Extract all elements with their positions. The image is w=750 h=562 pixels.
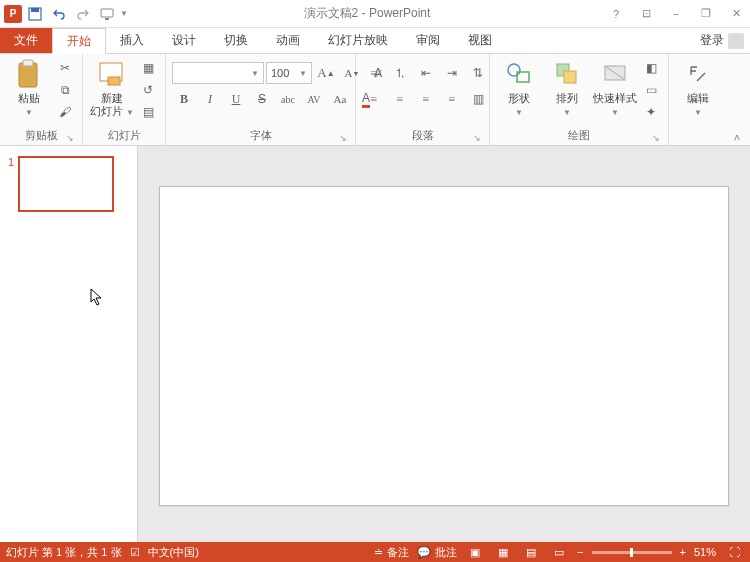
shadow-button[interactable]: abc xyxy=(276,88,300,110)
align-center-button[interactable]: ≡ xyxy=(388,88,412,110)
svg-rect-5 xyxy=(23,60,33,66)
align-right-button[interactable]: ≡ xyxy=(414,88,438,110)
clipboard-launcher[interactable]: ↘ xyxy=(66,133,74,143)
slide-editor[interactable] xyxy=(138,146,750,542)
slide-counter[interactable]: 幻灯片 第 1 张，共 1 张 xyxy=(6,545,122,560)
increase-font-button[interactable]: A▲ xyxy=(314,62,338,84)
slide-thumbnail-1[interactable]: 1 xyxy=(8,156,129,212)
paragraph-launcher[interactable]: ↘ xyxy=(473,133,481,143)
numbering-button[interactable]: ⒈ xyxy=(388,62,412,84)
login-label: 登录 xyxy=(700,32,724,49)
reset-button[interactable]: ↺ xyxy=(137,80,159,100)
slideshow-view-button[interactable]: ▭ xyxy=(549,544,569,560)
quick-styles-button[interactable]: 快速样式▼ xyxy=(592,58,638,117)
close-button[interactable]: ✕ xyxy=(722,4,750,24)
status-bar: 幻灯片 第 1 张，共 1 张 ☑ 中文(中国) ≐ 备注 💬 批注 ▣ ▦ ▤… xyxy=(0,542,750,562)
login-area[interactable]: 登录 xyxy=(700,28,750,53)
format-painter-button[interactable]: 🖌 xyxy=(54,102,76,122)
strikethrough-button[interactable]: S xyxy=(250,88,274,110)
spellcheck-button[interactable]: ☑ xyxy=(130,546,140,559)
notes-button[interactable]: ≐ 备注 xyxy=(374,545,409,560)
group-clipboard: 粘贴▼ ✂ ⧉ 🖌 剪贴板↘ xyxy=(0,54,83,145)
shape-effects-button[interactable]: ✦ xyxy=(640,102,662,122)
comments-button[interactable]: 💬 批注 xyxy=(417,545,457,560)
italic-button[interactable]: I xyxy=(198,88,222,110)
undo-button[interactable] xyxy=(48,3,70,25)
window-title: 演示文稿2 - PowerPoint xyxy=(132,5,602,22)
group-editing: 编辑▼ xyxy=(669,54,727,145)
redo-button[interactable] xyxy=(72,3,94,25)
bullets-button[interactable]: ≡ xyxy=(362,62,386,84)
fit-view-button[interactable]: ⛶ xyxy=(724,544,744,560)
svg-point-8 xyxy=(508,64,520,76)
workspace: 1 xyxy=(0,146,750,542)
tab-animations[interactable]: 动画 xyxy=(262,28,314,53)
copy-button[interactable]: ⧉ xyxy=(54,80,76,100)
cut-button[interactable]: ✂ xyxy=(54,58,76,78)
thumbnail-pane[interactable]: 1 xyxy=(0,146,138,542)
tab-insert[interactable]: 插入 xyxy=(106,28,158,53)
ribbon-tabs: 文件 开始 插入 设计 切换 动画 幻灯片放映 审阅 视图 登录 xyxy=(0,28,750,54)
svg-rect-3 xyxy=(105,18,109,20)
justify-button[interactable]: ≡ xyxy=(440,88,464,110)
ribbon: 粘贴▼ ✂ ⧉ 🖌 剪贴板↘ 新建 幻灯片 ▼ ▦ ↺ ▤ 幻灯片 xyxy=(0,54,750,146)
shape-fill-button[interactable]: ◧ xyxy=(640,58,662,78)
tab-view[interactable]: 视图 xyxy=(454,28,506,53)
zoom-out-button[interactable]: − xyxy=(577,546,583,558)
align-left-button[interactable]: ≡ xyxy=(362,88,386,110)
tab-transitions[interactable]: 切换 xyxy=(210,28,262,53)
layout-button[interactable]: ▦ xyxy=(137,58,159,78)
columns-button[interactable]: ▥ xyxy=(466,88,490,110)
quick-access-toolbar: P ▼ xyxy=(0,3,132,25)
spacing-button[interactable]: AV xyxy=(302,88,326,110)
title-bar: P ▼ 演示文稿2 - PowerPoint ? ⊡ − ❐ ✕ xyxy=(0,0,750,28)
zoom-slider[interactable] xyxy=(592,551,672,554)
app-icon: P xyxy=(4,5,22,23)
group-font: ▼ 100▼ A▲ A▼ A̷ B I U S abc AV Aa A 字体↘ xyxy=(166,54,356,145)
svg-rect-11 xyxy=(564,71,576,83)
thumbnail-preview xyxy=(18,156,114,212)
save-button[interactable] xyxy=(24,3,46,25)
group-slides: 新建 幻灯片 ▼ ▦ ↺ ▤ 幻灯片 xyxy=(83,54,166,145)
change-case-button[interactable]: Aa xyxy=(328,88,352,110)
shape-outline-button[interactable]: ▭ xyxy=(640,80,662,100)
svg-rect-2 xyxy=(101,9,113,17)
underline-button[interactable]: U xyxy=(224,88,248,110)
arrange-button[interactable]: 排列▼ xyxy=(544,58,590,117)
minimize-button[interactable]: − xyxy=(662,4,690,24)
paste-button[interactable]: 粘贴▼ xyxy=(6,58,52,117)
zoom-level[interactable]: 51% xyxy=(694,546,716,558)
qat-customize-dropdown[interactable]: ▼ xyxy=(120,9,128,18)
zoom-in-button[interactable]: + xyxy=(680,546,686,558)
decrease-indent-button[interactable]: ⇤ xyxy=(414,62,438,84)
shapes-button[interactable]: 形状▼ xyxy=(496,58,542,117)
tab-file[interactable]: 文件 xyxy=(0,28,52,53)
slide-canvas[interactable] xyxy=(159,186,729,506)
start-from-beginning-button[interactable] xyxy=(96,3,118,25)
collapse-ribbon-button[interactable]: ʌ xyxy=(728,129,746,143)
normal-view-button[interactable]: ▣ xyxy=(465,544,485,560)
font-family-combo[interactable]: ▼ xyxy=(172,62,264,84)
reading-view-button[interactable]: ▤ xyxy=(521,544,541,560)
ribbon-options-button[interactable]: ⊡ xyxy=(632,4,660,24)
font-size-combo[interactable]: 100▼ xyxy=(266,62,312,84)
bold-button[interactable]: B xyxy=(172,88,196,110)
svg-rect-1 xyxy=(31,8,39,12)
tab-design[interactable]: 设计 xyxy=(158,28,210,53)
editing-button[interactable]: 编辑▼ xyxy=(675,58,721,117)
text-direction-button[interactable]: ⇅ xyxy=(466,62,490,84)
tab-slideshow[interactable]: 幻灯片放映 xyxy=(314,28,402,53)
increase-indent-button[interactable]: ⇥ xyxy=(440,62,464,84)
restore-button[interactable]: ❐ xyxy=(692,4,720,24)
svg-rect-7 xyxy=(108,77,120,85)
group-paragraph: ≡ ⒈ ⇤ ⇥ ⇅ ≡ ≡ ≡ ≡ ▥ 段落↘ xyxy=(356,54,490,145)
section-button[interactable]: ▤ xyxy=(137,102,159,122)
font-launcher[interactable]: ↘ xyxy=(339,133,347,143)
tab-home[interactable]: 开始 xyxy=(52,28,106,54)
help-button[interactable]: ? xyxy=(602,4,630,24)
tab-review[interactable]: 审阅 xyxy=(402,28,454,53)
drawing-launcher[interactable]: ↘ xyxy=(652,133,660,143)
new-slide-button[interactable]: 新建 幻灯片 ▼ xyxy=(89,58,135,117)
sorter-view-button[interactable]: ▦ xyxy=(493,544,513,560)
language-button[interactable]: 中文(中国) xyxy=(148,545,199,560)
